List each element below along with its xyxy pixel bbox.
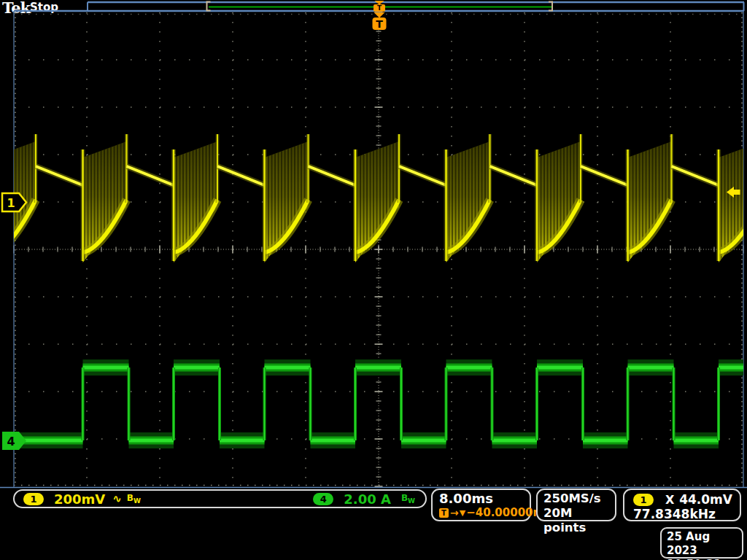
ch4-trace bbox=[14, 359, 743, 448]
waveform-display: TT14 bbox=[0, 0, 747, 560]
trigger-slope-icon: X bbox=[665, 493, 674, 507]
svg-text:T: T bbox=[376, 18, 383, 30]
sample-rate: 250MS/s bbox=[543, 491, 615, 506]
datetime-box: 25 Aug 2023 10:50:31 bbox=[660, 527, 743, 559]
svg-text:4: 4 bbox=[7, 435, 15, 448]
svg-text:T: T bbox=[377, 4, 382, 12]
record-length: 20M points bbox=[543, 506, 615, 535]
ch4-bandwidth-icon: BW bbox=[401, 493, 415, 505]
timebase-value: 8.00ms bbox=[439, 491, 530, 506]
trigger-source-badge: 1 bbox=[633, 494, 654, 506]
slope-down-icon: ▼ bbox=[460, 506, 465, 520]
ch4-badge: 4 bbox=[313, 493, 333, 505]
horizontal-readout: 8.00ms T → ▼ −40.00000ns bbox=[431, 489, 531, 521]
ch1-coupling-icon: ∿ bbox=[112, 492, 122, 505]
trigger-delay-readout: T → ▼ −40.00000ns bbox=[439, 506, 530, 520]
trigger-t-icon: T bbox=[439, 508, 449, 518]
svg-text:1: 1 bbox=[7, 196, 15, 210]
channel-readout-bar: 1 200mV ∿ BW 4 2.00 A BW bbox=[13, 489, 427, 508]
oscilloscope-screen: Tek Stop TT14 1 200mV ∿ BW 4 2.00 A BW 8… bbox=[0, 0, 747, 560]
ch4-scale: 2.00 A bbox=[344, 491, 391, 507]
acquisition-readout: 250MS/s 20M points bbox=[536, 489, 616, 521]
traces bbox=[0, 134, 747, 448]
ch1-badge: 1 bbox=[23, 493, 44, 505]
ch1-scale: 200mV bbox=[54, 491, 105, 507]
trigger-frequency: 77.8348kHz bbox=[624, 507, 740, 521]
ch1-trace bbox=[0, 134, 747, 262]
ch1-bandwidth-icon: BW bbox=[127, 493, 141, 505]
arrow-icon: → bbox=[450, 506, 459, 520]
trigger-position-icon bbox=[374, 12, 385, 18]
trigger-readout: 1 X 44.0mV 77.8348kHz bbox=[623, 489, 741, 521]
date-value: 25 Aug 2023 bbox=[667, 530, 742, 558]
trigger-level: 44.0mV bbox=[679, 492, 732, 507]
trigger-delay-value: −40.00000ns bbox=[466, 506, 547, 520]
